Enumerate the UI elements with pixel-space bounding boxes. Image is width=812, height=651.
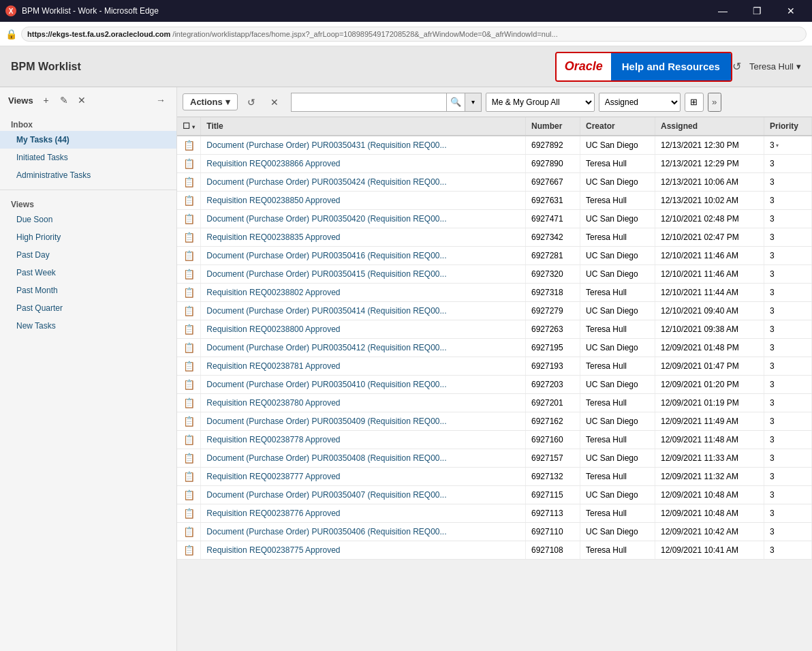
sidebar-item-new-tasks[interactable]: New Tasks [0, 317, 176, 335]
search-button[interactable]: 🔍 [446, 93, 465, 112]
row-priority[interactable]: 3 [764, 357, 812, 376]
row-priority[interactable]: 3 [764, 541, 812, 560]
task-title-link[interactable]: Document (Purchase Order) PUR00350415 (R… [206, 269, 446, 279]
header-refresh-button[interactable]: ↺ [732, 60, 741, 73]
task-title-link[interactable]: Requisition REQ00238850 Approved [206, 196, 340, 205]
add-view-button[interactable]: + [39, 93, 54, 108]
row-checkbox[interactable]: 📋 [177, 412, 201, 431]
row-priority[interactable]: 3 [764, 431, 812, 449]
row-checkbox[interactable]: 📋 [177, 284, 201, 302]
toolbar-refresh-button[interactable]: ↺ [242, 93, 261, 112]
pin-button[interactable]: → [153, 93, 168, 108]
task-title-link[interactable]: Requisition REQ00238866 Approved [206, 159, 340, 168]
row-priority[interactable]: 3 [764, 449, 812, 468]
task-title-link[interactable]: Requisition REQ00238777 Approved [206, 472, 340, 481]
row-priority[interactable]: 3 [764, 523, 812, 541]
row-checkbox[interactable]: 📋 [177, 357, 201, 376]
row-priority[interactable]: 3 [764, 394, 812, 412]
row-checkbox[interactable]: 📋 [177, 339, 201, 357]
row-priority[interactable]: 3 [764, 228, 812, 247]
row-priority[interactable]: 3 [764, 376, 812, 394]
task-title-link[interactable]: Requisition REQ00238780 Approved [206, 398, 340, 408]
row-priority[interactable]: 3 [764, 173, 812, 192]
row-checkbox[interactable]: 📋 [177, 192, 201, 210]
sidebar-item-past-month[interactable]: Past Month [0, 282, 176, 299]
row-checkbox[interactable]: 📋 [177, 376, 201, 394]
row-checkbox[interactable]: 📋 [177, 320, 201, 339]
row-priority[interactable]: 3 [764, 192, 812, 210]
task-title-link[interactable]: Document (Purchase Order) PUR00350406 (R… [206, 527, 446, 536]
row-priority[interactable]: 3 [764, 155, 812, 173]
task-title-link[interactable]: Requisition REQ00238835 Approved [206, 232, 340, 242]
select-all-icon[interactable]: ☐ [183, 121, 190, 131]
assigned-select[interactable]: Assigned All Unassigned [599, 93, 681, 112]
expand-button[interactable]: » [708, 93, 721, 112]
minimize-button[interactable]: — [707, 0, 738, 22]
row-priority[interactable]: 3 [764, 320, 812, 339]
priority-dropdown-arrow[interactable]: ▾ [776, 142, 779, 149]
oracle-logo[interactable]: Oracle Help and Resources [555, 52, 732, 82]
row-priority[interactable]: 3 [764, 210, 812, 228]
row-priority[interactable]: 3 [764, 265, 812, 284]
close-button[interactable]: ✕ [775, 0, 807, 22]
task-title-link[interactable]: Requisition REQ00238802 Approved [206, 288, 340, 297]
row-checkbox[interactable]: 📋 [177, 541, 201, 560]
task-title-link[interactable]: Requisition REQ00238800 Approved [206, 324, 340, 334]
sidebar-item-initiated-tasks[interactable]: Initiated Tasks [0, 149, 176, 166]
sidebar-item-past-day[interactable]: Past Day [0, 246, 176, 264]
row-checkbox[interactable]: 📋 [177, 486, 201, 504]
address-url[interactable]: https://ekgs-test.fa.us2.oraclecloud.com… [21, 27, 807, 42]
task-title-link[interactable]: Document (Purchase Order) PUR00350410 (R… [206, 380, 446, 389]
task-title-link[interactable]: Requisition REQ00238778 Approved [206, 435, 340, 444]
row-checkbox[interactable]: 📋 [177, 504, 201, 523]
sidebar-item-past-quarter[interactable]: Past Quarter [0, 299, 176, 317]
sidebar-item-past-week[interactable]: Past Week [0, 264, 176, 282]
row-checkbox[interactable]: 📋 [177, 431, 201, 449]
toolbar-clear-button[interactable]: ✕ [265, 93, 284, 112]
task-title-link[interactable]: Document (Purchase Order) PUR00350407 (R… [206, 490, 446, 500]
row-checkbox[interactable]: 📋 [177, 468, 201, 486]
col-checkbox-dropdown[interactable]: ▾ [192, 124, 195, 130]
sidebar-item-due-soon[interactable]: Due Soon [0, 211, 176, 228]
task-title-link[interactable]: Document (Purchase Order) PUR00350431 (R… [206, 140, 446, 150]
row-checkbox[interactable]: 📋 [177, 449, 201, 468]
row-priority[interactable]: 3 [764, 504, 812, 523]
task-title-link[interactable]: Requisition REQ00238775 Approved [206, 545, 340, 555]
col-header-checkbox[interactable]: ☐ ▾ [177, 117, 201, 136]
row-priority[interactable]: 3 [764, 468, 812, 486]
grid-view-button[interactable]: ⊞ [685, 93, 704, 112]
search-input[interactable] [291, 93, 446, 112]
edit-view-button[interactable]: ✎ [57, 93, 72, 108]
row-priority[interactable]: 3 [764, 284, 812, 302]
row-checkbox[interactable]: 📋 [177, 173, 201, 192]
row-checkbox[interactable]: 📋 [177, 155, 201, 173]
user-menu[interactable]: Teresa Hull ▾ [749, 61, 801, 72]
sidebar-item-high-priority[interactable]: High Priority [0, 228, 176, 246]
group-select[interactable]: Me & My Group All Me & My Group Me My Gr… [486, 93, 595, 112]
row-checkbox[interactable]: 📋 [177, 265, 201, 284]
row-checkbox[interactable]: 📋 [177, 247, 201, 265]
delete-view-button[interactable]: ✕ [74, 93, 89, 108]
row-checkbox[interactable]: 📋 [177, 136, 201, 155]
row-checkbox[interactable]: 📋 [177, 394, 201, 412]
task-title-link[interactable]: Document (Purchase Order) PUR00350424 (R… [206, 177, 446, 187]
task-title-link[interactable]: Document (Purchase Order) PUR00350408 (R… [206, 453, 446, 463]
actions-button[interactable]: Actions ▾ [183, 93, 238, 110]
row-checkbox[interactable]: 📋 [177, 302, 201, 320]
row-priority[interactable]: 3▾ [764, 136, 812, 155]
sidebar-item-my-tasks[interactable]: My Tasks (44) [0, 131, 176, 149]
task-title-link[interactable]: Document (Purchase Order) PUR00350409 (R… [206, 417, 446, 426]
row-checkbox[interactable]: 📋 [177, 228, 201, 247]
row-checkbox[interactable]: 📋 [177, 523, 201, 541]
task-title-link[interactable]: Requisition REQ00238776 Approved [206, 509, 340, 518]
search-dropdown-button[interactable]: ▾ [465, 93, 482, 112]
row-checkbox[interactable]: 📋 [177, 210, 201, 228]
row-priority[interactable]: 3 [764, 339, 812, 357]
maximize-button[interactable]: ❐ [741, 0, 772, 22]
row-priority[interactable]: 3 [764, 412, 812, 431]
task-title-link[interactable]: Document (Purchase Order) PUR00350416 (R… [206, 251, 446, 260]
task-title-link[interactable]: Document (Purchase Order) PUR00350412 (R… [206, 343, 446, 352]
row-priority[interactable]: 3 [764, 247, 812, 265]
task-title-link[interactable]: Document (Purchase Order) PUR00350414 (R… [206, 306, 446, 316]
task-title-link[interactable]: Requisition REQ00238781 Approved [206, 361, 340, 371]
